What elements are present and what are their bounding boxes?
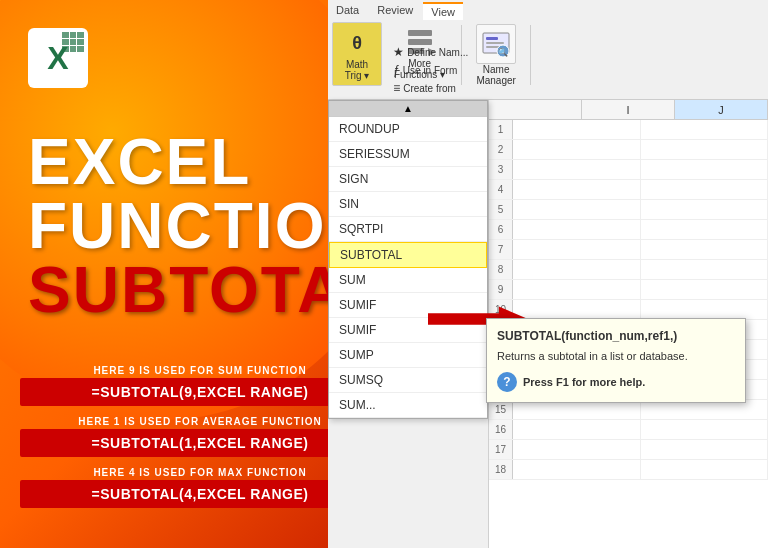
tooltip-description: Returns a subtotal in a list or database… <box>497 349 735 364</box>
cell-j[interactable] <box>641 440 769 459</box>
dropdown-item-sign[interactable]: SIGN <box>329 167 487 192</box>
cell-j[interactable] <box>641 460 769 479</box>
formula-group-2: HERE 1 IS USED FOR AVERAGE FUNCTION =SUB… <box>20 416 380 457</box>
use-in-form-label: Use in Form <box>403 65 457 76</box>
cell-i[interactable] <box>513 280 641 299</box>
tab-view[interactable]: View <box>423 2 463 20</box>
tab-data[interactable]: Data <box>328 2 367 20</box>
sheet-rows: 1 2 3 4 5 6 7 8 9 10 11 <box>489 120 768 480</box>
cell-i[interactable] <box>513 420 641 439</box>
cell-i[interactable] <box>513 300 641 319</box>
cell-j[interactable] <box>641 260 769 279</box>
column-headers: I J <box>489 100 768 120</box>
cell-i[interactable] <box>513 160 641 179</box>
formula-label-2: HERE 1 IS USED FOR AVERAGE FUNCTION <box>20 416 380 427</box>
formula-box-1: =SUBTOTAL(9,EXCEL RANGE) <box>20 378 380 406</box>
dropdown-item-roundup[interactable]: ROUNDUP <box>329 117 487 142</box>
cell-i[interactable] <box>513 240 641 259</box>
table-row: 3 <box>489 160 768 180</box>
col-j-header: J <box>675 100 768 119</box>
ribbon-button-group: θ MathTrig ▾ MoreFunctions ▾ <box>332 22 535 88</box>
table-row: 4 <box>489 180 768 200</box>
table-row: 9 <box>489 280 768 300</box>
row-number: 3 <box>489 160 513 179</box>
table-row: 6 <box>489 220 768 240</box>
excel-logo: X <box>28 28 88 88</box>
table-row: 7 <box>489 240 768 260</box>
cell-j[interactable] <box>641 280 769 299</box>
row-number: 16 <box>489 420 513 439</box>
cell-i[interactable] <box>513 140 641 159</box>
formula-group-3: HERE 4 IS USED FOR MAX FUNCTION =SUBTOTA… <box>20 467 380 508</box>
cell-j[interactable] <box>641 180 769 199</box>
create-from-label: Create from <box>403 83 456 94</box>
title-function: FUNCTION <box>28 194 368 258</box>
cell-i[interactable] <box>513 440 641 459</box>
ribbon-tabs: Data Review View <box>328 2 463 20</box>
table-row: 16 <box>489 420 768 440</box>
title-subtotal: SUBTOTAL <box>28 258 368 322</box>
cell-i[interactable] <box>513 260 641 279</box>
define-name-label: Define Nam... <box>407 47 468 58</box>
table-row: 17 <box>489 440 768 460</box>
dropdown-item-sin[interactable]: SIN <box>329 192 487 217</box>
cell-i[interactable] <box>513 460 641 479</box>
tooltip-help-text: Press F1 for more help. <box>523 376 645 388</box>
star-icon: ★ <box>393 45 404 59</box>
cell-j[interactable] <box>641 120 769 139</box>
dropdown-item-subtotal[interactable]: SUBTOTAL <box>329 242 487 268</box>
table-row: 2 <box>489 140 768 160</box>
row-number: 17 <box>489 440 513 459</box>
excel-ui-panel: Data Review View θ MathTrig ▾ <box>328 0 768 548</box>
create-from-row[interactable]: ≡ Create from <box>391 80 531 96</box>
cell-j[interactable] <box>641 160 769 179</box>
cell-j[interactable] <box>641 300 769 319</box>
dropdown-item-sum[interactable]: SUM <box>329 268 487 293</box>
math-trig-button[interactable]: θ MathTrig ▾ <box>332 22 382 86</box>
table-row: 10 <box>489 300 768 320</box>
row-number: 9 <box>489 280 513 299</box>
cell-j[interactable] <box>641 420 769 439</box>
table-row: 1 <box>489 120 768 140</box>
cell-j[interactable] <box>641 200 769 219</box>
scroll-up-button[interactable]: ▲ <box>329 101 487 117</box>
dropdown-item-more[interactable]: SUM... <box>329 393 487 418</box>
col-num-header <box>489 100 582 119</box>
cell-j[interactable] <box>641 140 769 159</box>
row-number: 2 <box>489 140 513 159</box>
function-icon: ƒ <box>393 63 400 77</box>
row-number: 7 <box>489 240 513 259</box>
title-area: EXCEL FUNCTION SUBTOTAL <box>28 130 368 322</box>
use-in-form-row[interactable]: ƒ Use in Form <box>391 62 531 78</box>
title-excel: EXCEL <box>28 130 368 194</box>
cell-j[interactable] <box>641 240 769 259</box>
cell-i[interactable] <box>513 180 641 199</box>
tooltip-help: ? Press F1 for more help. <box>497 372 735 392</box>
define-name-row[interactable]: ★ Define Nam... <box>391 44 531 60</box>
row-number: 5 <box>489 200 513 219</box>
formula-label-1: HERE 9 IS USED FOR SUM FUNCTION <box>20 365 380 376</box>
cell-i[interactable] <box>513 220 641 239</box>
dropdown-item-sqrtpi[interactable]: SQRTPI <box>329 217 487 242</box>
svg-rect-5 <box>486 37 498 40</box>
dropdown-item-sump[interactable]: SUMP <box>329 343 487 368</box>
formula-box-3: =SUBTOTAL(4,EXCEL RANGE) <box>20 480 380 508</box>
table-row: 8 <box>489 260 768 280</box>
row-number: 6 <box>489 220 513 239</box>
tooltip-title: SUBTOTAL(function_num,ref1,) <box>497 329 735 343</box>
dropdown-item-sumsq[interactable]: SUMSQ <box>329 368 487 393</box>
cell-i[interactable] <box>513 200 641 219</box>
table-row: 18 <box>489 460 768 480</box>
dropdown-item-seriessum[interactable]: SERIESSUM <box>329 142 487 167</box>
help-icon: ? <box>497 372 517 392</box>
ribbon: Data Review View θ MathTrig ▾ <box>328 0 768 100</box>
tab-review[interactable]: Review <box>369 2 421 20</box>
cell-j[interactable] <box>641 220 769 239</box>
row-number: 8 <box>489 260 513 279</box>
svg-rect-0 <box>408 30 432 36</box>
formulas-area: HERE 9 IS USED FOR SUM FUNCTION =SUBTOTA… <box>20 365 380 518</box>
cell-i[interactable] <box>513 120 641 139</box>
excel-grid-decoration <box>62 32 84 52</box>
list-icon: ≡ <box>393 81 400 95</box>
formula-label-3: HERE 4 IS USED FOR MAX FUNCTION <box>20 467 380 478</box>
